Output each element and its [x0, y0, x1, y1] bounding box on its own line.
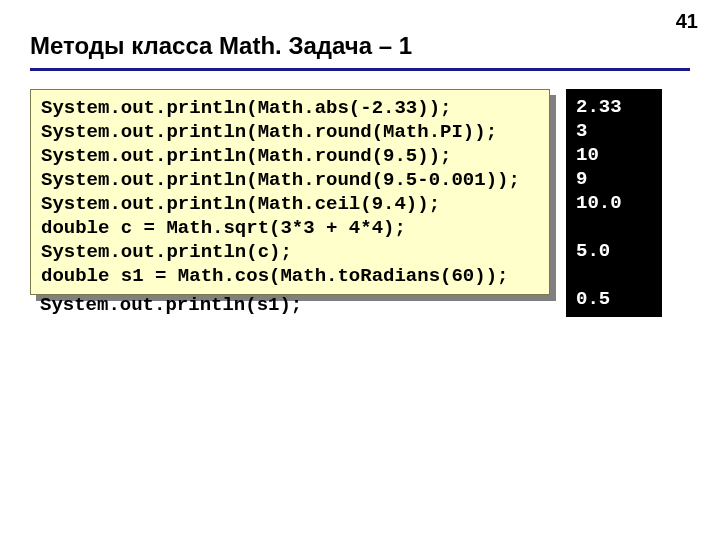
output-box: 2.33 3 10 9 10.0 5.0 0.5 — [566, 89, 662, 317]
code-box: System.out.println(Math.abs(-2.33)); Sys… — [30, 89, 550, 295]
slide: 41 Методы класса Math. Задача – 1 System… — [0, 0, 720, 540]
title-rule — [30, 68, 690, 71]
code-overflow-line: System.out.println(s1); — [30, 293, 550, 317]
slide-title: Методы класса Math. Задача – 1 — [30, 32, 690, 60]
code-text: System.out.println(Math.abs(-2.33)); Sys… — [30, 89, 550, 295]
content-row: System.out.println(Math.abs(-2.33)); Sys… — [30, 89, 690, 317]
code-column: System.out.println(Math.abs(-2.33)); Sys… — [30, 89, 550, 317]
page-number: 41 — [676, 10, 698, 33]
